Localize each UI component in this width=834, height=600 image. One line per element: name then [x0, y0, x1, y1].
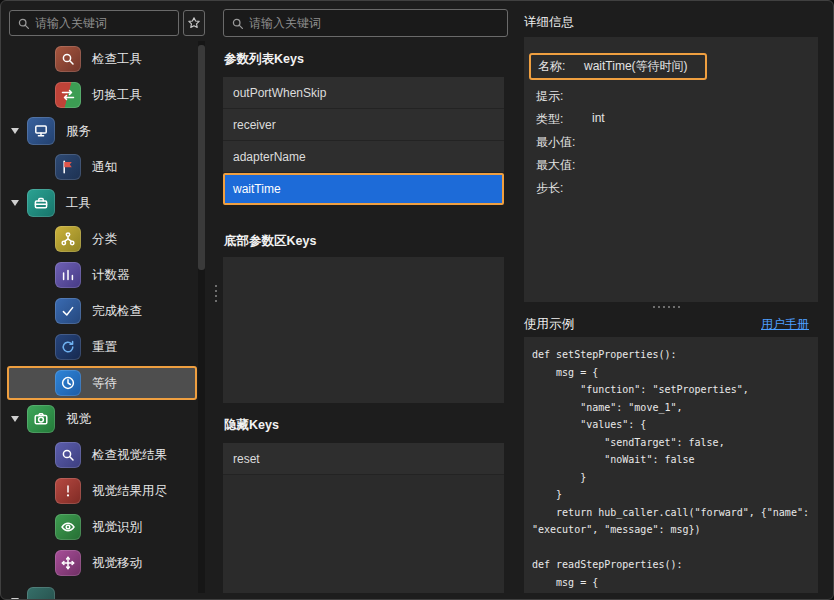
tree-item-counter[interactable]: 计数器 [1, 257, 197, 293]
field-value: waitTime(等待时间) [584, 58, 688, 75]
middle-search-input[interactable] [249, 16, 507, 30]
check-icon [55, 298, 81, 324]
toolbox-icon [27, 189, 55, 217]
search-icon [231, 17, 244, 30]
left-scrollbar-thumb[interactable] [198, 45, 205, 270]
flag-icon [55, 154, 81, 180]
section-title: 隐藏Keys [224, 417, 279, 434]
switch-icon [55, 82, 81, 108]
eye-icon [55, 514, 81, 540]
field-label: 步长: [536, 180, 592, 197]
tree-item-vision-result-exhausted[interactable]: 视觉结果用尽 [1, 473, 197, 509]
star-icon [187, 16, 201, 30]
middle-search-box[interactable] [223, 9, 508, 37]
tree-item-notification[interactable]: 通知 [1, 149, 197, 185]
magnifier-icon [55, 442, 81, 468]
field-label: 最小值: [536, 134, 592, 151]
tree-item-inspect-tool[interactable]: 检查工具 [1, 41, 197, 77]
section-title: 底部参数区Keys [224, 233, 316, 250]
tree-item-wait[interactable]: 等待 [7, 366, 197, 400]
app-window: 检查工具 切换工具 服务 通知 工具 分类 计数器 完成检 [0, 0, 834, 600]
tree-item-check-vision-result[interactable]: 检查视觉结果 [1, 437, 197, 473]
field-row-max: 最大值: [524, 154, 818, 177]
folder-icon [27, 587, 55, 600]
tree-item-finish-check[interactable]: 完成检查 [1, 293, 197, 329]
tree-item-classify[interactable]: 分类 [1, 221, 197, 257]
param-key-item-selected[interactable]: waitTime [223, 173, 504, 205]
field-label: 名称: [538, 58, 584, 75]
field-label: 最大值: [536, 157, 592, 174]
section-title: 参数列表Keys [224, 51, 304, 68]
tree-item-tools[interactable]: 工具 [1, 185, 197, 221]
left-search-input[interactable] [35, 16, 178, 30]
example-section-title: 使用示例 [524, 316, 574, 333]
param-key-item[interactable]: outPortWhenSkip [223, 77, 504, 109]
field-row-min: 最小值: [524, 131, 818, 154]
detail-info-box: 名称: waitTime(等待时间) 提示: 类型: int 最小值: 最大值:… [524, 37, 818, 302]
tree-item-partial[interactable] [1, 583, 197, 600]
magnifier-icon [55, 46, 81, 72]
panel-splitter-handle[interactable] [215, 285, 217, 302]
section-header-param-list: 参数列表Keys [216, 45, 511, 73]
tree-item-service[interactable]: 服务 [1, 113, 197, 149]
hidden-key-item[interactable]: reset [223, 443, 504, 475]
tree-item-vision-move[interactable]: 视觉移动 [1, 545, 197, 581]
tree-item-vision[interactable]: 视觉 [1, 401, 197, 437]
collapse-arrow-icon[interactable] [11, 128, 19, 134]
search-icon [17, 17, 30, 30]
field-label: 提示: [536, 88, 592, 105]
alert-icon [55, 478, 81, 504]
counter-icon [55, 262, 81, 288]
hidden-key-label: reset [233, 452, 260, 466]
detail-panel-title: 详细信息 [524, 14, 574, 31]
field-label: 类型: [536, 111, 592, 128]
monitor-icon [27, 117, 55, 145]
param-key-label: outPortWhenSkip [233, 86, 326, 100]
code-example-text: def setStepProperties(): msg = { "functi… [532, 346, 810, 591]
param-key-label: receiver [233, 118, 276, 132]
field-row-hint: 提示: [524, 85, 818, 108]
param-key-item[interactable]: receiver [223, 109, 504, 141]
section-header-bottom-params: 底部参数区Keys [216, 227, 511, 255]
code-example-box[interactable]: def setStepProperties(): msg = { "functi… [524, 337, 818, 593]
field-value: int [592, 111, 605, 128]
hidden-keys-empty-list[interactable] [223, 475, 504, 593]
tree-item-vision-recognition[interactable]: 视觉识别 [1, 509, 197, 545]
move-icon [55, 550, 81, 576]
collapse-arrow-icon[interactable] [11, 416, 19, 422]
field-row-step: 步长: [524, 177, 818, 200]
left-search-box[interactable] [9, 10, 179, 36]
field-row-type: 类型: int [524, 108, 818, 131]
reset-icon [55, 334, 81, 360]
section-header-hidden-keys: 隐藏Keys [216, 411, 511, 439]
left-scrollbar[interactable] [198, 41, 205, 593]
clock-icon [55, 370, 81, 396]
tree-item-switch-tool[interactable]: 切换工具 [1, 77, 197, 113]
bottom-params-empty-list[interactable] [223, 257, 504, 403]
collapse-arrow-icon[interactable] [11, 200, 19, 206]
param-key-label: adapterName [233, 150, 306, 164]
tree-item-reset[interactable]: 重置 [1, 329, 197, 365]
branch-icon [55, 226, 81, 252]
camera-icon [27, 405, 55, 433]
param-key-label: waitTime [233, 182, 281, 196]
favorites-button[interactable] [183, 10, 205, 36]
user-manual-link[interactable]: 用户手册 [761, 316, 809, 333]
detail-splitter-handle[interactable] [653, 306, 680, 308]
field-name-highlight: 名称: waitTime(等待时间) [529, 53, 707, 80]
param-key-item[interactable]: adapterName [223, 141, 504, 173]
